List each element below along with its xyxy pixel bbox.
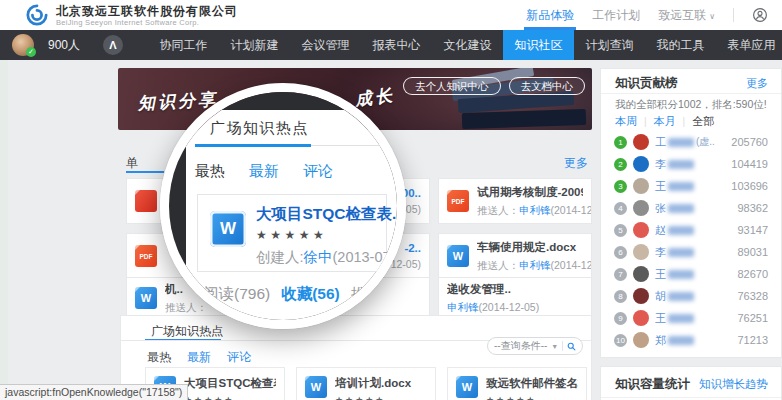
- avatar: [633, 332, 649, 348]
- tab-all[interactable]: 全部: [692, 114, 714, 129]
- user-avatar[interactable]: ✓: [12, 34, 34, 56]
- top-header: 北京致远互联软件股份有限公司 BeiJing Seeyon Internet S…: [0, 0, 782, 31]
- avatar: [633, 134, 649, 150]
- tab-comments[interactable]: 评论: [303, 162, 333, 181]
- tab-this-week[interactable]: 本周: [615, 114, 637, 129]
- caret-down-icon: ▼: [551, 343, 558, 350]
- nav-item-collaboration[interactable]: 协同工作: [148, 30, 219, 60]
- nav-item-plan-query[interactable]: 计划查询: [574, 30, 645, 60]
- plaza-doc-card[interactable]: W 培训计划.docx ★★★★★: [296, 367, 436, 400]
- user-name[interactable]: 工(虚..: [655, 135, 725, 150]
- knowledge-capacity-panel: 知识容量统计 知识增长趋势: [600, 366, 782, 400]
- magnifier-content: 广场知识热点 最热 最新 评论 W 大项目STQC检查表.doc ★★★★★ 创…: [169, 92, 397, 320]
- blurred-name: [668, 270, 694, 279]
- mid-section-tab[interactable]: 单: [126, 155, 138, 172]
- doc-stars: ★★★★★: [335, 395, 427, 400]
- avatar: [633, 200, 649, 216]
- blurred-name: [668, 248, 694, 257]
- leaderboard-row[interactable]: 8 胡 76328: [601, 285, 781, 307]
- leaderboard-row[interactable]: 3 王 103696: [601, 175, 781, 197]
- user-name[interactable]: 郑: [655, 333, 731, 348]
- leaderboard-row[interactable]: 9 王 76251: [601, 307, 781, 329]
- panel-title: 知识贡献榜: [615, 75, 678, 92]
- divider: [311, 145, 393, 146]
- tab-newest[interactable]: 最新: [249, 162, 279, 181]
- top-nav-work-plan[interactable]: 工作计划: [592, 0, 640, 30]
- pusher-line: 申利锋(2014-12-05): [447, 301, 583, 315]
- divider: [601, 397, 781, 398]
- nav-item-my-tools[interactable]: 我的工具: [645, 30, 716, 60]
- knowledge-card[interactable]: 递收发管理.. 申利锋(2014-12-05): [438, 277, 592, 319]
- knowledge-card[interactable]: W 车辆使用规定.docx 推送人：申利锋(2014-12-05): [438, 233, 592, 279]
- seeyon-logo-icon: [26, 4, 48, 26]
- doc-stars: ★★★★★: [256, 228, 327, 242]
- mid-more-link[interactable]: 更多: [564, 155, 588, 172]
- divider: [562, 341, 563, 351]
- leaderboard-row[interactable]: 5 赵 93147: [601, 219, 781, 241]
- doc-title[interactable]: 培训计划.docx: [335, 376, 427, 391]
- blurred-name: [668, 292, 694, 301]
- document-center-button[interactable]: 去文档中心: [509, 77, 586, 95]
- blurred-name: [668, 182, 694, 191]
- user-name[interactable]: 王: [655, 311, 731, 326]
- status-bar-link-preview: javascript:fnOpenKnowledge("17158"): [0, 384, 188, 400]
- user-name[interactable]: 张: [655, 201, 731, 216]
- favorite-count[interactable]: 收藏(56): [281, 284, 340, 305]
- user-name[interactable]: 李: [655, 245, 731, 260]
- user-name[interactable]: 赵: [655, 223, 731, 238]
- doc-title[interactable]: 递收发管理..: [447, 282, 583, 297]
- tab-hottest[interactable]: 最热: [147, 349, 171, 366]
- avatar: [633, 288, 649, 304]
- leaderboard-row[interactable]: 2 李 104419: [601, 153, 781, 175]
- user-name[interactable]: 王: [655, 179, 725, 194]
- score: 104419: [731, 158, 768, 170]
- pusher-name[interactable]: 申利锋: [519, 204, 551, 216]
- doc-title[interactable]: 致远软件邮件签名格式（20...: [486, 376, 578, 391]
- score: 103696: [731, 180, 768, 192]
- leaderboard-row[interactable]: 10 郑 71213: [601, 329, 781, 351]
- leaderboard-row[interactable]: 4 张 98362: [601, 197, 781, 219]
- magnified-doc-card[interactable]: W 大项目STQC检查表.doc ★★★★★ 创建人:徐中(2013-07-30: [197, 194, 387, 272]
- doc-title[interactable]: 车辆使用规定.docx: [477, 240, 583, 255]
- app-mark-icon[interactable]: Λ: [103, 35, 123, 55]
- doc-title[interactable]: 大项目STQC检查表.doc: [184, 376, 276, 391]
- leaderboard-more-link[interactable]: 更多: [746, 76, 768, 91]
- nav-item-knowledge-community[interactable]: 知识社区: [503, 30, 574, 60]
- tab-comments[interactable]: 评论: [227, 349, 251, 366]
- leaderboard-tabs: 本周 | 本月 | 全部: [615, 114, 714, 129]
- growth-trend-link[interactable]: 知识增长趋势: [699, 377, 768, 392]
- leaderboard-row[interactable]: 6 李 89031: [601, 241, 781, 263]
- rank-badge: 10: [614, 334, 627, 347]
- pusher-name[interactable]: 申利锋: [519, 259, 551, 271]
- plaza-doc-card[interactable]: W 致远软件邮件签名格式（20... ★★★★★: [447, 367, 587, 400]
- nav-item-meeting[interactable]: 会议管理: [290, 30, 361, 60]
- score: 205760: [731, 136, 768, 148]
- knowledge-card[interactable]: PDF 试用期考核制度-2009年.. 推送人：申利锋(2014-12-05): [438, 178, 592, 224]
- creator-name[interactable]: 徐中: [304, 249, 333, 265]
- tab-hottest[interactable]: 最热: [195, 162, 225, 181]
- tab-newest[interactable]: 最新: [187, 349, 211, 366]
- user-name[interactable]: 王: [655, 267, 731, 282]
- top-nav-seeyon[interactable]: 致远互联∨: [658, 0, 715, 30]
- blurred-name: [668, 336, 694, 345]
- online-count[interactable]: 900人: [48, 30, 80, 60]
- tab-this-month[interactable]: 本月: [654, 114, 676, 129]
- leaderboard-row[interactable]: 7 王 82670: [601, 263, 781, 285]
- profile-icon[interactable]: [752, 7, 768, 23]
- search-icon[interactable]: [567, 341, 576, 352]
- leaderboard-row[interactable]: 1 工(虚.. 205760: [601, 131, 781, 153]
- top-nav-new-experience[interactable]: 新品体验: [526, 0, 574, 30]
- doc-title[interactable]: 大项目STQC检查表.doc: [256, 204, 397, 225]
- pusher-name[interactable]: 申利锋: [447, 301, 479, 313]
- personal-knowledge-center-button[interactable]: 去个人知识中心: [403, 77, 501, 95]
- blurred-name: [668, 160, 694, 169]
- query-condition-select[interactable]: --查询条件-- ▼: [487, 337, 583, 355]
- user-name[interactable]: 李: [655, 157, 725, 172]
- nav-item-form-app[interactable]: 表单应用: [716, 30, 782, 60]
- user-name[interactable]: 胡: [655, 289, 731, 304]
- nav-item-report-center[interactable]: 报表中心: [361, 30, 432, 60]
- nav-item-plan-new[interactable]: 计划新建: [219, 30, 290, 60]
- doc-title[interactable]: 试用期考核制度-2009年..: [477, 185, 583, 200]
- nav-item-culture[interactable]: 文化建设: [432, 30, 503, 60]
- online-check-icon: ✓: [26, 47, 36, 57]
